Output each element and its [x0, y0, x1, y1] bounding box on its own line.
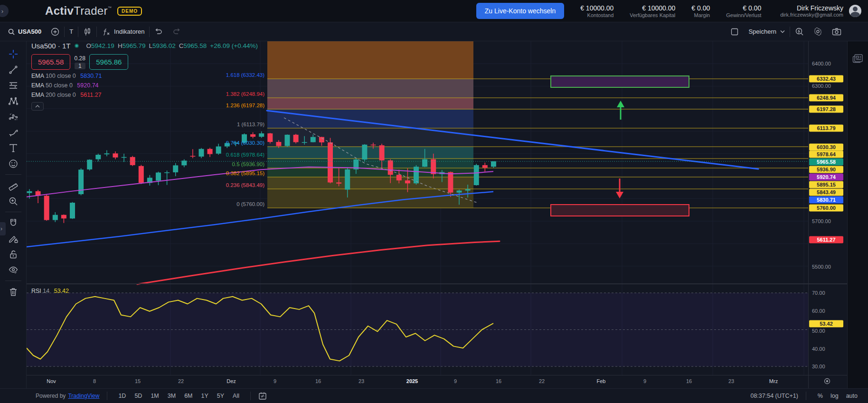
go-to-date-button[interactable]	[258, 392, 267, 400]
ema200-row[interactable]: EMA 200 close 0 5611.27	[31, 92, 258, 98]
ema200-line[interactable]	[137, 241, 500, 284]
tool-drawing-edit-lock[interactable]	[4, 231, 22, 246]
range-button-5y[interactable]: 5Y	[214, 392, 227, 400]
candle-body	[448, 172, 453, 193]
candle-body	[465, 189, 471, 191]
range-button-1m[interactable]: 1M	[147, 392, 162, 400]
snapshot-button[interactable]	[827, 28, 846, 36]
candle-body	[474, 165, 479, 185]
candle-body	[405, 180, 410, 183]
range-button-1y[interactable]: 1Y	[198, 392, 212, 400]
watchlist-collapse-tab[interactable]: ›	[0, 222, 6, 235]
emoji-icon	[8, 159, 19, 169]
chart-type-button[interactable]	[78, 22, 96, 41]
fib-band	[267, 159, 473, 168]
scale-settings-icon[interactable]	[823, 377, 831, 385]
indicators-button[interactable]: Indikatoren	[97, 22, 149, 41]
fib-band	[267, 147, 473, 159]
candle-body	[104, 153, 109, 154]
candle-body	[276, 142, 281, 146]
header: › ActivTrader™ DEMO Zu Live-Konto wechse…	[0, 0, 868, 22]
rsi-legend[interactable]: RSI 14 53.42	[31, 288, 69, 294]
logo-text: Activ	[45, 4, 74, 18]
demo-badge: DEMO	[117, 7, 142, 16]
symbol-search-button[interactable]: USA500	[3, 22, 46, 41]
range-button-6m[interactable]: 6M	[181, 392, 196, 400]
tool-trend-line[interactable]	[4, 62, 22, 77]
calendar-icon	[258, 392, 267, 400]
tool-lock-all[interactable]	[4, 246, 22, 262]
price-stop-box[interactable]	[551, 205, 689, 216]
fib-retracement-icon	[8, 80, 19, 91]
candle-body	[422, 159, 427, 167]
quantity-chip[interactable]: 1	[75, 63, 85, 69]
tool-ruler[interactable]	[4, 178, 22, 193]
ruler-icon	[8, 180, 19, 191]
tool-magnet[interactable]	[4, 215, 22, 231]
expand-left-panel-button[interactable]: ›	[0, 5, 9, 17]
tool-text[interactable]	[4, 140, 22, 156]
pane-divider[interactable]	[27, 283, 868, 284]
candle-body	[388, 160, 393, 175]
buy-button[interactable]: 5965.86	[89, 54, 128, 70]
stat-margin: € 0.00 Margin	[691, 4, 710, 18]
redo-button[interactable]	[168, 22, 186, 41]
tool-fib-retracement[interactable]	[4, 77, 22, 93]
ema50-row[interactable]: EMA 50 close 0 5920.74	[31, 82, 258, 89]
ema100-row[interactable]: EMA 100 close 0 5830.71	[31, 73, 258, 79]
news-widget-button[interactable]	[852, 53, 864, 64]
avatar[interactable]	[849, 5, 861, 17]
clock[interactable]: 08:37:54 (UTC+1)	[750, 393, 798, 399]
auto-scale-button[interactable]: auto	[842, 392, 861, 400]
price-target-box[interactable]	[551, 76, 689, 87]
user-info[interactable]: Dirk Friczewsky dirk.friczewsky@gmail.co…	[780, 4, 843, 18]
save-layout-button[interactable]: Speichern	[744, 28, 790, 35]
change-value: +26.09 (+0.44%)	[210, 42, 258, 49]
tool-brush[interactable]	[4, 124, 22, 140]
candle-body	[414, 167, 419, 183]
interval-button[interactable]: T	[65, 22, 78, 41]
fx-icon	[102, 28, 111, 36]
percent-scale-button[interactable]: %	[814, 392, 827, 400]
chart-toolbar: USA500 T Indikatoren Spe	[0, 22, 868, 41]
tradingview-link[interactable]: TradingView	[68, 393, 99, 399]
candle-body	[482, 165, 488, 168]
candle-body	[173, 165, 178, 172]
tool-emoji[interactable]	[4, 156, 22, 171]
plus-circle-icon	[51, 28, 59, 36]
sell-button[interactable]: 5965.58	[31, 54, 70, 70]
trash-icon	[8, 287, 19, 297]
settings-button[interactable]	[809, 27, 827, 36]
undo-button[interactable]	[150, 22, 168, 41]
compare-add-button[interactable]	[46, 22, 64, 41]
trend-line-icon	[8, 65, 19, 75]
layout-select-button[interactable]	[726, 28, 744, 36]
candle-body	[87, 159, 92, 169]
legend-collapse-button[interactable]	[31, 102, 44, 111]
tool-forecast[interactable]	[4, 109, 22, 124]
range-button-1d[interactable]: 1D	[115, 392, 129, 400]
candle-body	[95, 155, 101, 159]
tool-zoom-in[interactable]	[4, 193, 22, 209]
tool-hide-all-drawings[interactable]	[4, 262, 22, 278]
range-button-all[interactable]: All	[229, 392, 243, 400]
text-icon	[8, 143, 19, 153]
crosshair-icon	[8, 49, 19, 59]
fib-band	[267, 41, 473, 79]
candle-body	[336, 182, 341, 183]
range-button-3m[interactable]: 3M	[164, 392, 179, 400]
eye-icon	[8, 265, 19, 275]
quick-search-button[interactable]	[790, 27, 809, 36]
range-button-5d[interactable]: 5D	[131, 392, 145, 400]
symbol-label: USA500	[18, 28, 41, 35]
candle-body	[122, 157, 127, 158]
stat-gewinn-verlust: € 0.00 Gewinn/Verlust	[726, 4, 761, 18]
fib-band	[267, 189, 473, 208]
log-scale-button[interactable]: log	[827, 392, 842, 400]
tool-xabcd-pattern[interactable]	[4, 93, 22, 109]
tool-remove-all[interactable]	[4, 284, 22, 300]
tool-crosshair[interactable]	[4, 46, 22, 62]
switch-to-live-button[interactable]: Zu Live-Konto wechseln	[476, 3, 564, 19]
layout-square-icon	[730, 28, 739, 36]
symbol-title[interactable]: Usa500 · 1T	[31, 42, 71, 50]
